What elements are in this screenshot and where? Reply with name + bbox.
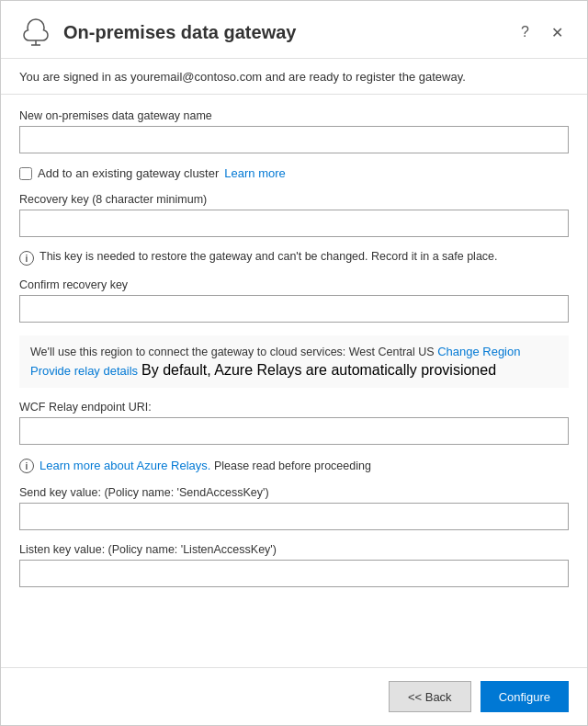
region-section: We'll use this region to connect the gat… xyxy=(19,335,569,388)
existing-cluster-label: Add to an existing gateway cluster xyxy=(38,166,219,180)
change-region-link[interactable]: Change Region xyxy=(437,345,520,358)
dialog-title: On-premises data gateway xyxy=(63,22,296,43)
footer: << Back Configure xyxy=(1,667,587,725)
dialog: On-premises data gateway ? ✕ You are sig… xyxy=(0,0,588,726)
title-left: On-premises data gateway xyxy=(19,16,296,49)
learn-more-link[interactable]: Learn more xyxy=(224,166,285,180)
provide-relay-link[interactable]: Provide relay details xyxy=(30,364,138,378)
help-button[interactable]: ? xyxy=(515,22,535,42)
info-icon: i xyxy=(19,251,34,266)
subtitle-text: You are signed in as youremail@contoso.c… xyxy=(19,70,466,84)
confirm-recovery-label: Confirm recovery key xyxy=(19,278,569,291)
send-key-group: Send key value: (Policy name: 'SendAcces… xyxy=(19,486,569,530)
recovery-key-info-row: i This key is needed to restore the gate… xyxy=(19,250,569,266)
listen-key-group: Listen key value: (Policy name: 'ListenA… xyxy=(19,543,569,587)
title-controls: ? ✕ xyxy=(515,22,569,43)
send-key-input[interactable] xyxy=(19,503,569,530)
gateway-name-label: New on-premises data gateway name xyxy=(19,109,569,122)
confirm-recovery-group: Confirm recovery key xyxy=(19,278,569,323)
recovery-key-group: Recovery key (8 character minimum) xyxy=(19,193,569,237)
recovery-key-info-text: This key is needed to restore the gatewa… xyxy=(40,250,498,263)
listen-key-input[interactable] xyxy=(19,560,569,587)
close-button[interactable]: ✕ xyxy=(546,22,569,43)
azure-relay-info-row: i Learn more about Azure Relays. Please … xyxy=(19,458,569,473)
subtitle-bar: You are signed in as youremail@contoso.c… xyxy=(1,59,587,95)
content-area: New on-premises data gateway name Add to… xyxy=(1,95,587,667)
send-key-label: Send key value: (Policy name: 'SendAcces… xyxy=(19,486,569,499)
wcf-relay-input[interactable] xyxy=(19,417,569,445)
gateway-icon xyxy=(19,16,52,49)
region-description: We'll use this region to connect the gat… xyxy=(30,346,435,358)
gateway-name-group: New on-premises data gateway name xyxy=(19,109,569,153)
existing-cluster-row: Add to an existing gateway cluster Learn… xyxy=(19,166,569,180)
title-bar: On-premises data gateway ? ✕ xyxy=(1,1,587,59)
recovery-key-input[interactable] xyxy=(19,210,569,237)
wcf-relay-group: WCF Relay endpoint URI: xyxy=(19,401,569,445)
listen-key-label: Listen key value: (Policy name: 'ListenA… xyxy=(19,543,569,556)
azure-relay-text: Learn more about Azure Relays. Please re… xyxy=(40,459,371,472)
azure-relay-info: Please read before proceeding xyxy=(214,459,371,472)
existing-cluster-checkbox[interactable] xyxy=(19,167,32,180)
recovery-key-label: Recovery key (8 character minimum) xyxy=(19,193,569,206)
confirm-recovery-input[interactable] xyxy=(19,295,569,323)
region-text: We'll use this region to connect the gat… xyxy=(30,345,558,358)
back-button[interactable]: << Back xyxy=(389,681,471,712)
relay-links: Provide relay details By default, Azure … xyxy=(30,362,558,379)
relay-info-icon: i xyxy=(19,459,34,473)
gateway-name-input[interactable] xyxy=(19,126,569,153)
wcf-relay-label: WCF Relay endpoint URI: xyxy=(19,401,569,414)
azure-relay-link[interactable]: Learn more about Azure Relays. xyxy=(40,459,210,472)
configure-button[interactable]: Configure xyxy=(481,681,569,712)
relay-default-text: By default, Azure Relays are automatical… xyxy=(141,362,496,379)
